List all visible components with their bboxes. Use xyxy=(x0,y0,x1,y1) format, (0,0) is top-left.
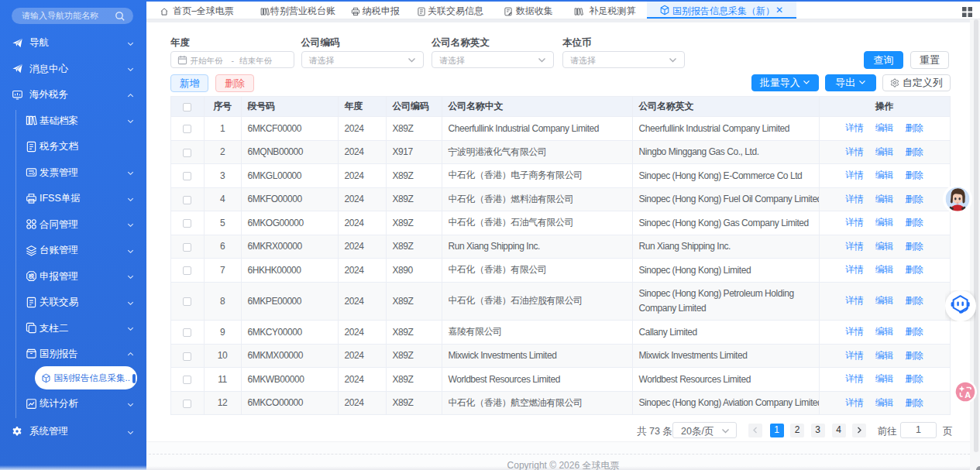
svg-text:A: A xyxy=(965,390,971,400)
svg-text:税: 税 xyxy=(28,273,35,280)
